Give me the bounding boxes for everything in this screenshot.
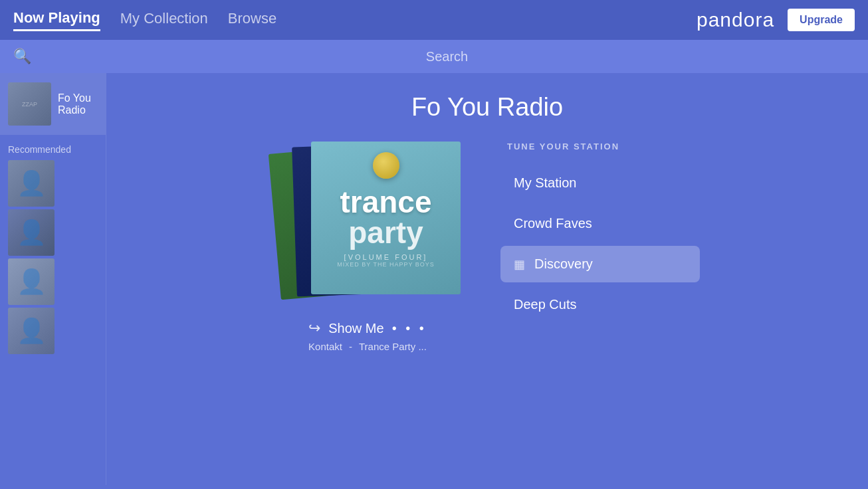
search-icon: 🔍 xyxy=(13,48,31,65)
nav-tabs: Now Playing My Collection Browse xyxy=(13,9,697,31)
show-me-label[interactable]: Show Me xyxy=(328,321,383,336)
station-name-sidebar: Fo You Radio xyxy=(58,92,98,116)
album-title-line2: party xyxy=(337,217,435,248)
controls-area: ↪ Show Me • • • Kontakt - Trance Party .… xyxy=(308,320,427,352)
tab-my-collection[interactable]: My Collection xyxy=(120,10,208,30)
tune-option-crowd-faves[interactable]: Crowd Faves xyxy=(500,205,700,242)
album-mixed-by: MIXED BY THE HAPPY BOYS xyxy=(337,261,435,268)
list-item[interactable]: 👤 xyxy=(8,160,54,207)
album-text: trance party [VOLUME FOUR] MIXED BY THE … xyxy=(326,176,445,278)
tune-options: My Station Crowd Faves ▦ Discovery Deep … xyxy=(500,165,700,323)
list-item[interactable]: 👤 xyxy=(8,308,54,354)
person-icon: 👤 xyxy=(17,317,47,345)
tune-option-discovery[interactable]: ▦ Discovery xyxy=(500,246,700,282)
list-item[interactable]: 👤 xyxy=(8,209,54,256)
recommended-label: Recommended xyxy=(0,135,106,160)
show-me-row: ↪ Show Me • • • xyxy=(308,320,427,337)
album-orb-decoration xyxy=(373,152,399,179)
discovery-icon: ▦ xyxy=(514,257,525,272)
person-icon: 👤 xyxy=(17,169,47,197)
tab-now-playing[interactable]: Now Playing xyxy=(13,9,100,31)
tune-option-label: Crowd Faves xyxy=(514,216,592,231)
current-station-item[interactable]: ZZAP Fo You Radio xyxy=(0,73,106,135)
main-content: Fo You Radio trance party [VOLUME FOUR] … xyxy=(106,73,868,485)
tune-panel: TUNE YOUR STATION My Station Crowd Faves… xyxy=(500,142,700,323)
album-front: trance party [VOLUME FOUR] MIXED BY THE … xyxy=(311,142,461,294)
pandora-logo: pandora xyxy=(697,9,774,31)
list-item[interactable]: 👤 xyxy=(8,258,54,305)
search-bar: 🔍 xyxy=(0,40,868,73)
recommended-list: 👤 👤 👤 👤 xyxy=(0,160,106,354)
tune-option-label: My Station xyxy=(514,175,576,191)
more-dots[interactable]: • • • xyxy=(392,321,427,336)
track-title: Trance Party ... xyxy=(359,341,427,352)
tune-option-my-station[interactable]: My Station xyxy=(500,165,700,201)
track-info: Kontakt - Trance Party ... xyxy=(308,341,427,352)
track-separator: - xyxy=(349,341,352,352)
search-input[interactable] xyxy=(39,49,855,64)
tune-option-label: Deep Cuts xyxy=(514,297,577,312)
album-title-line1: trance xyxy=(337,187,435,217)
tune-option-deep-cuts[interactable]: Deep Cuts xyxy=(500,286,700,323)
main-layout: ZZAP Fo You Radio Recommended 👤 👤 👤 👤 Fo… xyxy=(0,73,868,485)
station-thumbnail: ZZAP xyxy=(8,82,51,126)
track-artist: Kontakt xyxy=(308,341,342,352)
share-icon[interactable]: ↪ xyxy=(308,320,320,337)
person-icon: 👤 xyxy=(17,219,47,246)
person-icon: 👤 xyxy=(17,268,47,296)
tune-header: TUNE YOUR STATION xyxy=(500,142,700,151)
tab-browse[interactable]: Browse xyxy=(228,10,276,30)
upgrade-button[interactable]: Upgrade xyxy=(788,9,855,31)
header: Now Playing My Collection Browse pandora… xyxy=(0,0,868,40)
sidebar: ZZAP Fo You Radio Recommended 👤 👤 👤 👤 xyxy=(0,73,106,485)
station-title: Fo You Radio xyxy=(411,93,563,122)
tune-option-label: Discovery xyxy=(534,256,593,272)
album-art: trance party [VOLUME FOUR] MIXED BY THE … xyxy=(274,142,461,301)
player-area: trance party [VOLUME FOUR] MIXED BY THE … xyxy=(274,142,700,352)
album-volume: [VOLUME FOUR] xyxy=(337,253,435,261)
